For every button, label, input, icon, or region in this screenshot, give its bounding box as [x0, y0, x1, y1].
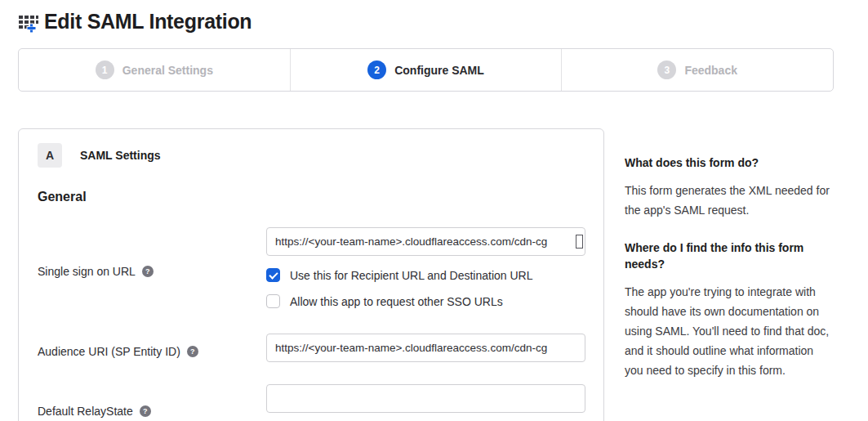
step-general-settings[interactable]: 1 General Settings	[19, 49, 290, 91]
sso-url-help-icon[interactable]: ?	[142, 266, 154, 277]
relay-state-row: Default RelayState ? If no value is set,…	[38, 384, 584, 421]
section-title: SAML Settings	[80, 149, 161, 162]
other-sso-checkbox-label[interactable]: Allow this app to request other SSO URLs	[290, 295, 503, 308]
sso-url-input[interactable]	[266, 227, 585, 256]
step-configure-saml[interactable]: 2 Configure SAML	[290, 49, 562, 91]
sidebar-question-1: What does this form do?	[625, 155, 830, 171]
add-app-grid-icon	[18, 11, 39, 33]
recipient-url-checkbox-label[interactable]: Use this for Recipient URL and Destinati…	[290, 269, 533, 282]
recipient-url-check-row: Use this for Recipient URL and Destinati…	[266, 268, 585, 282]
help-sidebar: What does this form do? This form genera…	[625, 128, 830, 380]
step-3-number-badge: 3	[657, 60, 676, 79]
step-2-number-badge: 2	[367, 60, 386, 79]
relay-state-input[interactable]	[266, 384, 585, 413]
page-title: Edit SAML Integration	[44, 10, 251, 34]
section-a-badge: A	[38, 143, 62, 168]
saml-settings-panel: A SAML Settings General Single sign on U…	[18, 128, 604, 421]
sso-url-label: Single sign on URL	[38, 265, 136, 278]
sso-url-row: Single sign on URL ? Use this for Recipi…	[38, 227, 584, 308]
page-header: Edit SAML Integration	[18, 5, 868, 38]
audience-uri-row: Audience URI (SP Entity ID) ?	[38, 334, 584, 362]
sidebar-answer-1: This form generates the XML needed for t…	[625, 181, 830, 220]
relay-state-help-icon[interactable]: ?	[140, 405, 151, 417]
audience-uri-help-icon[interactable]: ?	[187, 346, 198, 357]
step-1-label: General Settings	[122, 64, 213, 77]
section-header: A SAML Settings	[38, 143, 584, 168]
step-2-label: Configure SAML	[394, 64, 484, 77]
recipient-url-checkbox[interactable]	[266, 268, 280, 282]
audience-uri-input[interactable]	[266, 334, 585, 362]
step-1-number-badge: 1	[96, 60, 114, 79]
sidebar-answer-2: The app you're trying to integrate with …	[625, 282, 830, 380]
other-sso-check-row: Allow this app to request other SSO URLs	[266, 294, 585, 308]
sidebar-question-2: Where do I find the info this form needs…	[625, 240, 830, 272]
audience-uri-label: Audience URI (SP Entity ID)	[38, 345, 180, 358]
general-group-title: General	[38, 190, 584, 204]
step-feedback[interactable]: 3 Feedback	[561, 49, 833, 91]
step-3-label: Feedback	[684, 64, 737, 77]
relay-state-label: Default RelayState	[38, 405, 133, 418]
edit-saml-integration-screen: Edit SAML Integration 1 General Settings…	[0, 0, 868, 421]
wizard-step-bar: 1 General Settings 2 Configure SAML 3 Fe…	[18, 48, 834, 92]
other-sso-checkbox[interactable]	[266, 294, 280, 308]
